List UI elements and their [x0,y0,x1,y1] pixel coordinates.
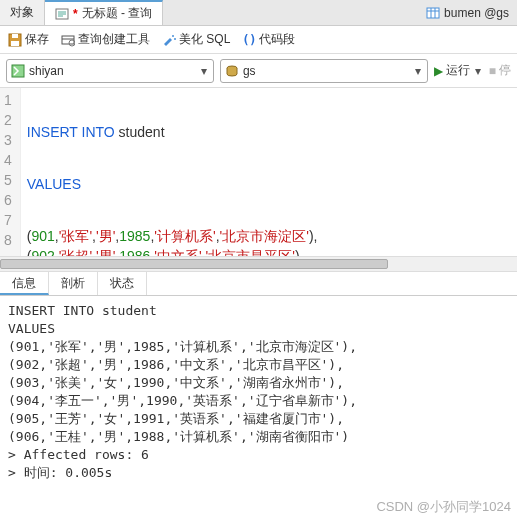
toolbar: 保存 查询创建工具 美化 SQL () 代码段 [0,26,517,54]
chevron-down-icon: ▾ [473,64,483,78]
database-value: shiyan [25,64,199,78]
svg-rect-4 [427,8,439,18]
tab-label: bumen @gs [444,6,509,20]
play-icon: ▶ [434,64,443,78]
result-tab-status[interactable]: 状态 [98,272,147,295]
query-icon [55,7,69,21]
stop-label: 停 [499,62,511,79]
beautify-label: 美化 SQL [179,31,230,48]
tab-label: 无标题 - 查询 [82,5,153,22]
tab-label: 对象 [10,4,34,21]
line-number: 5 [4,170,12,190]
line-number: 8 [4,230,12,250]
chevron-down-icon: ▾ [199,64,209,78]
database-icon [11,64,25,78]
line-number: 3 [4,130,12,150]
scrollbar-thumb[interactable] [0,259,388,269]
sql-editor[interactable]: 1 2 3 4 5 6 7 8 INSERT INTO student VALU… [0,88,517,256]
result-tab-info[interactable]: 信息 [0,272,49,295]
schema-combo[interactable]: gs ▾ [220,59,428,83]
database-combo[interactable]: shiyan ▾ [6,59,214,83]
stop-icon: ■ [489,64,496,78]
code-area[interactable]: INSERT INTO student VALUES (901,'张军','男'… [21,88,324,256]
identifier: student [115,124,165,140]
snippet-label: 代码段 [259,31,295,48]
svg-point-14 [172,35,174,37]
tab-right[interactable]: bumen @gs [418,3,517,23]
schema-icon [225,64,239,78]
result-tab-profile[interactable]: 剖析 [49,272,98,295]
tab-query-untitled[interactable]: * 无标题 - 查询 [45,0,163,25]
snippet-button[interactable]: () 代码段 [242,31,295,48]
line-number: 7 [4,210,12,230]
svg-rect-9 [12,34,18,38]
table-icon [426,6,440,20]
run-button[interactable]: ▶ 运行 ▾ [434,62,483,79]
svg-point-15 [174,38,176,40]
run-label: 运行 [446,62,470,79]
keyword: VALUES [27,176,81,192]
result-tabs: 信息 剖析 状态 [0,272,517,296]
line-number: 1 [4,90,12,110]
beautify-button[interactable]: 美化 SQL [162,31,230,48]
beautify-icon [162,33,176,47]
line-gutter: 1 2 3 4 5 6 7 8 [0,88,21,256]
schema-value: gs [239,64,413,78]
line-number: 6 [4,190,12,210]
query-builder-icon [61,33,75,47]
watermark: CSDN @小孙同学1024 [376,498,511,516]
chevron-down-icon: ▾ [413,64,423,78]
document-tabs: 对象 * 无标题 - 查询 bumen @gs [0,0,517,26]
horizontal-scrollbar[interactable] [0,256,517,272]
svg-rect-10 [11,41,19,46]
snippet-icon: () [242,33,256,47]
save-icon [8,33,22,47]
keyword: INSERT INTO [27,124,115,140]
query-builder-label: 查询创建工具 [78,31,150,48]
output-panel[interactable]: INSERT INTO student VALUES (901,'张军','男'… [0,296,517,520]
line-number: 2 [4,110,12,130]
tab-objects[interactable]: 对象 [0,0,45,25]
connection-bar: shiyan ▾ gs ▾ ▶ 运行 ▾ ■ 停 [0,54,517,88]
stop-button[interactable]: ■ 停 [489,62,511,79]
query-builder-button[interactable]: 查询创建工具 [61,31,150,48]
save-label: 保存 [25,31,49,48]
line-number: 4 [4,150,12,170]
dirty-indicator: * [73,7,78,21]
save-button[interactable]: 保存 [8,31,49,48]
